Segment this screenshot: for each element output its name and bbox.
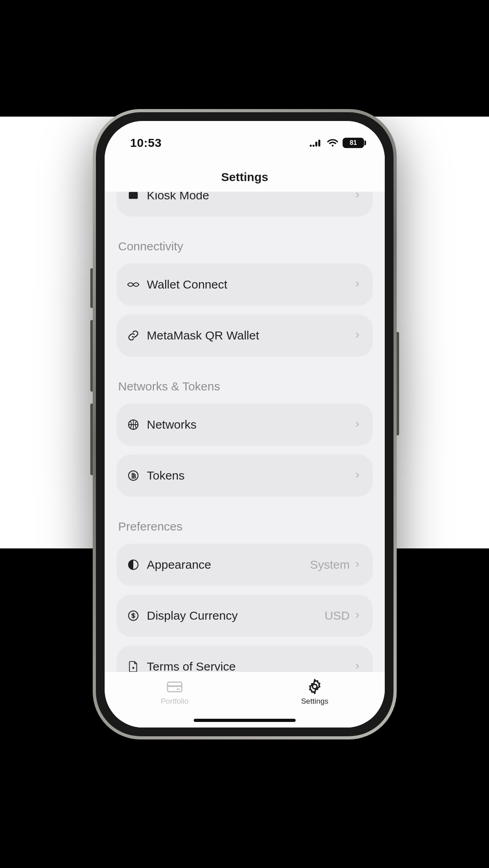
portfolio-icon bbox=[166, 678, 183, 695]
row-label: Display Currency bbox=[147, 609, 325, 622]
tab-bar: Portfolio Settings bbox=[105, 672, 385, 728]
globe-icon bbox=[125, 417, 141, 433]
page-title: Settings bbox=[221, 170, 268, 184]
section-title-connectivity: Connectivity bbox=[118, 240, 373, 253]
section-title-networks-tokens: Networks & Tokens bbox=[118, 380, 373, 393]
kiosk-icon bbox=[125, 192, 141, 203]
row-label: Tokens bbox=[147, 469, 354, 482]
chevron-right-icon bbox=[354, 612, 362, 620]
currency-icon bbox=[125, 608, 141, 624]
bitcoin-icon bbox=[125, 468, 141, 484]
home-indicator[interactable] bbox=[194, 719, 296, 722]
row-appearance[interactable]: Appearance System bbox=[117, 544, 373, 586]
chevron-right-icon bbox=[354, 663, 362, 671]
tab-label: Settings bbox=[301, 697, 329, 706]
phone-mockup: 10:53 bbox=[93, 109, 397, 739]
statusbar-time: 10:53 bbox=[130, 136, 162, 150]
status-bar: 10:53 bbox=[105, 121, 385, 162]
chevron-right-icon bbox=[354, 192, 362, 199]
row-label: MetaMask QR Wallet bbox=[147, 329, 354, 342]
row-display-currency[interactable]: Display Currency USD bbox=[117, 595, 373, 637]
battery-level: 81 bbox=[350, 139, 357, 146]
chevron-right-icon bbox=[354, 281, 362, 289]
svg-point-1 bbox=[312, 144, 314, 146]
row-kiosk-mode[interactable]: Kiosk Mode bbox=[117, 192, 373, 217]
page-header: Settings bbox=[105, 162, 385, 192]
battery-icon: 81 bbox=[343, 138, 364, 148]
tab-settings[interactable]: Settings bbox=[279, 678, 351, 706]
chevron-right-icon bbox=[354, 472, 362, 480]
tab-label: Portfolio bbox=[161, 697, 189, 706]
document-icon bbox=[125, 659, 141, 672]
cellular-icon bbox=[309, 138, 323, 147]
section-title-preferences: Preferences bbox=[118, 520, 373, 533]
row-tokens[interactable]: Tokens bbox=[117, 454, 373, 497]
gear-icon bbox=[306, 678, 323, 695]
chevron-right-icon bbox=[354, 421, 362, 429]
appearance-icon bbox=[125, 557, 141, 573]
chevron-right-icon bbox=[354, 561, 362, 569]
row-networks[interactable]: Networks bbox=[117, 404, 373, 446]
wallet-connect-icon bbox=[125, 277, 141, 293]
svg-rect-12 bbox=[177, 689, 180, 690]
svg-point-6 bbox=[129, 471, 138, 480]
svg-rect-3 bbox=[318, 140, 320, 146]
row-metamask-qr[interactable]: MetaMask QR Wallet bbox=[117, 314, 373, 357]
chevron-right-icon bbox=[354, 332, 362, 339]
tab-portfolio[interactable]: Portfolio bbox=[139, 678, 210, 706]
svg-rect-2 bbox=[316, 142, 318, 146]
svg-point-0 bbox=[310, 144, 312, 146]
row-label: Networks bbox=[147, 418, 354, 431]
row-terms-of-service[interactable]: Terms of Service bbox=[117, 646, 373, 672]
row-wallet-connect[interactable]: Wallet Connect bbox=[117, 263, 373, 306]
svg-rect-4 bbox=[129, 192, 138, 199]
wifi-icon bbox=[327, 138, 339, 147]
link-icon bbox=[125, 328, 141, 343]
svg-rect-11 bbox=[168, 685, 182, 687]
svg-point-9 bbox=[132, 667, 134, 669]
row-label: Kiosk Mode bbox=[147, 192, 354, 202]
row-value: USD bbox=[325, 609, 350, 622]
svg-point-13 bbox=[312, 684, 317, 689]
row-label: Appearance bbox=[147, 558, 310, 572]
settings-content[interactable]: Kiosk Mode Connectivity bbox=[105, 192, 385, 672]
row-label: Terms of Service bbox=[147, 660, 354, 672]
row-label: Wallet Connect bbox=[147, 278, 354, 291]
row-value: System bbox=[310, 558, 350, 572]
